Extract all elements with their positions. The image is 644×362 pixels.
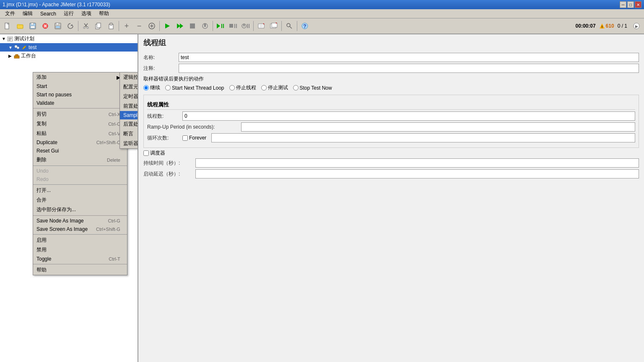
radio-continue[interactable]: 继续: [143, 84, 160, 91]
radio-stop-test[interactable]: 停止测试: [261, 84, 288, 91]
submenu-add-post-processor[interactable]: 后置处理器 ▶: [120, 119, 138, 129]
delay-input[interactable]: [195, 169, 639, 178]
submenu-add-timer[interactable]: 定时器 ▶: [120, 92, 138, 101]
ctx-copy[interactable]: 复制 Ctrl-C: [33, 119, 127, 129]
ctx-save-partial[interactable]: 选中部分保存为...: [33, 205, 127, 215]
submenu-add-pre-processor[interactable]: 前置处理器 ▶: [120, 101, 138, 111]
clear-all-button[interactable]: [268, 20, 280, 32]
ctx-merge-label: 合并: [36, 197, 47, 204]
ctx-toggle[interactable]: Toggle Ctrl-T: [33, 255, 127, 263]
ctx-undo: Undo: [33, 167, 127, 175]
tree-arrow: ▼: [2, 36, 7, 41]
new-button[interactable]: [2, 20, 13, 32]
tree-item-workbench[interactable]: ▶ 工作台: [0, 52, 138, 60]
submenu-add-sampler[interactable]: Sampler ▶: [120, 111, 138, 119]
ctx-delete[interactable]: 删除 Delete: [33, 155, 127, 165]
tree-panel: ▼ 测试计划 ▼ test ▶ 工作台 添加: [0, 34, 138, 362]
clear-button[interactable]: [255, 20, 267, 32]
ctx-sep-1: [33, 108, 127, 109]
window-title: 1.jmx (D:\1.jmx) - Apache JMeter (3.1 r1…: [3, 2, 110, 8]
warning-display: ! 610: [599, 23, 614, 29]
revert-button[interactable]: [65, 20, 76, 32]
menu-edit[interactable]: 编辑: [19, 9, 36, 18]
expand-button[interactable]: +: [121, 20, 132, 32]
delay-row: 启动延迟（秒）:: [143, 169, 639, 178]
close-button2[interactable]: [39, 20, 51, 32]
menu-options[interactable]: 选项: [78, 9, 95, 18]
minimize-button[interactable]: ─: [620, 1, 626, 8]
svg-rect-60: [8, 40, 10, 41]
remote-stop-button[interactable]: [227, 20, 239, 32]
menu-search[interactable]: Search: [37, 10, 60, 18]
collapse-button[interactable]: −: [133, 20, 145, 32]
maximize-button[interactable]: □: [627, 1, 634, 8]
shutdown-button[interactable]: [199, 20, 211, 32]
tree-item-test[interactable]: ▼ test: [0, 43, 138, 52]
ctx-open[interactable]: 打开...: [33, 186, 127, 195]
thread-properties-section: 线程属性 线程数: Ramp-Up Period (in seconds): 循…: [143, 95, 639, 148]
ramp-up-input[interactable]: [241, 122, 635, 132]
save-template-button[interactable]: [27, 20, 39, 32]
menu-help[interactable]: 帮助: [96, 9, 112, 18]
menu-run[interactable]: 运行: [60, 9, 77, 18]
tree-item-test-plan[interactable]: ▼ 测试计划: [0, 34, 138, 43]
ctx-start[interactable]: Start: [33, 82, 127, 90]
toggle-button[interactable]: [146, 20, 158, 32]
comment-input[interactable]: [179, 64, 639, 73]
title-bar: 1.jmx (D:\1.jmx) - Apache JMeter (3.1 r1…: [0, 0, 644, 9]
ctx-save-screen-image[interactable]: Save Screen As Image Ctrl+Shift-G: [33, 225, 127, 233]
toolbar-sep-2: [119, 21, 119, 31]
ctx-cut[interactable]: 剪切 Ctrl-X: [33, 109, 127, 119]
submenu-add-assertion[interactable]: 断言 ▶: [120, 129, 138, 139]
menu-file[interactable]: 文件: [2, 9, 18, 18]
svg-text:▶: ▶: [635, 24, 638, 28]
ctx-add[interactable]: 添加 ▶: [33, 72, 127, 82]
ctx-sep-6: [33, 264, 127, 264]
svg-rect-35: [234, 24, 235, 28]
submenu-assertion-label: 断言: [123, 130, 133, 137]
help-button[interactable]: ?: [299, 20, 311, 32]
ctx-disable[interactable]: 禁用: [33, 245, 127, 255]
loop-forever-checkbox[interactable]: Forever: [182, 135, 206, 141]
svg-rect-3: [17, 24, 20, 25]
ctx-duplicate[interactable]: Duplicate Ctrl+Shift-C: [33, 138, 127, 147]
num-threads-input[interactable]: [182, 111, 635, 121]
svg-rect-59: [8, 39, 12, 39]
remote-shutdown-button[interactable]: [240, 20, 252, 32]
radio-stop-test-now[interactable]: Stop Test Now: [293, 85, 332, 91]
paste-button[interactable]: [105, 20, 117, 32]
start-button[interactable]: [161, 20, 173, 32]
loop-count-input[interactable]: [211, 133, 635, 142]
ctx-merge[interactable]: 合并: [33, 195, 127, 205]
ctx-reset-gui[interactable]: Reset Gui: [33, 147, 127, 155]
close-button[interactable]: ✕: [635, 1, 641, 8]
count-display: 0 / 1: [618, 23, 627, 29]
counter-button[interactable]: ▶: [631, 20, 642, 32]
ctx-paste[interactable]: 粘贴 Ctrl-V: [33, 129, 127, 138]
scheduler-checkbox[interactable]: 调度器: [143, 150, 639, 157]
search-button[interactable]: [283, 20, 295, 32]
open-button[interactable]: [14, 20, 26, 32]
svg-point-49: [287, 23, 290, 27]
name-input[interactable]: [179, 53, 639, 62]
ctx-help[interactable]: 帮助: [33, 265, 127, 275]
radio-stop-thread[interactable]: 停止线程: [229, 84, 256, 91]
submenu-add-listener[interactable]: 监听器 ▶: [120, 139, 138, 148]
cut-button[interactable]: [80, 20, 92, 32]
ctx-validate[interactable]: Validate: [33, 99, 127, 107]
submenu-add-config[interactable]: 配置元件 ▶: [120, 82, 138, 92]
remote-start-button[interactable]: [215, 20, 226, 32]
submenu-add-logic-controller[interactable]: 逻辑控制器 ▶: [120, 72, 138, 82]
stop-button[interactable]: [187, 20, 198, 32]
ctx-save-node-image[interactable]: Save Node As Image Ctrl-G: [33, 217, 127, 225]
ctx-paste-label: 粘贴: [36, 130, 47, 137]
start-no-pauses-button[interactable]: [174, 20, 186, 32]
ctx-enable[interactable]: 启用: [33, 235, 127, 245]
radio-next-thread[interactable]: Start Next Thread Loop: [165, 85, 224, 91]
save-button[interactable]: [52, 20, 64, 32]
duration-input[interactable]: [195, 158, 639, 168]
ctx-start-no-pauses[interactable]: Start no pauses: [33, 90, 127, 99]
copy-button[interactable]: [93, 20, 104, 32]
loop-row: 循环次数: Forever: [147, 133, 635, 142]
test-plan-icon: [7, 36, 13, 42]
